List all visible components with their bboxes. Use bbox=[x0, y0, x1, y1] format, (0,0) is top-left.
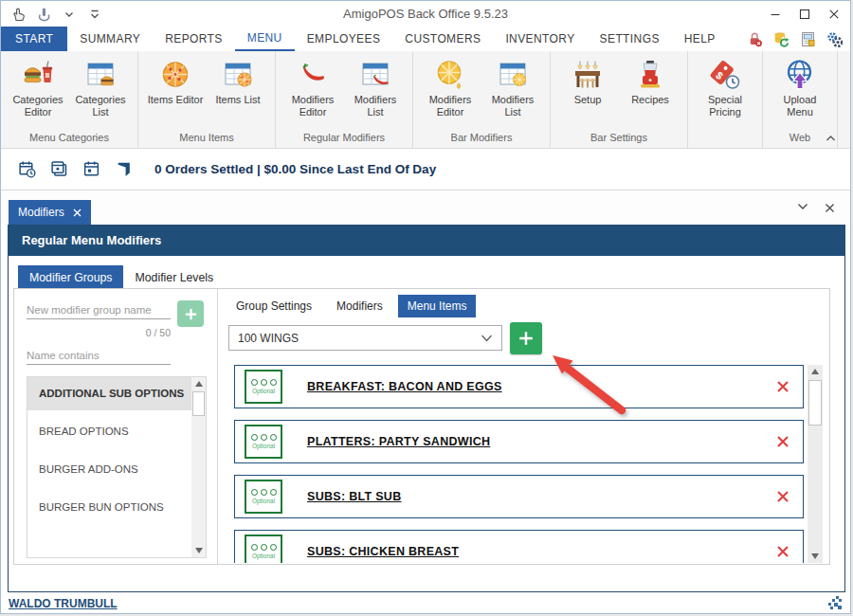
ribbon-button-categories-editor[interactable]: Categories Editor bbox=[8, 56, 68, 130]
menubar-item-reports[interactable]: REPORTS bbox=[153, 27, 235, 51]
hand-cursor-icon[interactable] bbox=[10, 7, 26, 22]
ribbon-button-label: Modifiers Editor bbox=[282, 94, 343, 118]
bar-counter-icon bbox=[572, 58, 604, 92]
ribbon-button-label: Modifiers List bbox=[345, 94, 406, 118]
add-menu-item-button[interactable] bbox=[510, 322, 542, 354]
badge-label: Optional bbox=[252, 443, 275, 449]
touch-icon[interactable] bbox=[36, 7, 51, 22]
price-tag-clock-icon: $ bbox=[709, 58, 741, 92]
collapse-ribbon-button[interactable] bbox=[825, 134, 837, 143]
scroll-down-icon[interactable] bbox=[808, 550, 823, 563]
group-list-scrollbar[interactable] bbox=[191, 377, 206, 557]
menubar-item-settings[interactable]: SETTINGS bbox=[588, 27, 672, 51]
scroll-up-icon[interactable] bbox=[191, 377, 206, 390]
ribbon-button-modifiers-editor[interactable]: Modifiers Editor bbox=[282, 56, 343, 130]
calendar-icon[interactable] bbox=[82, 160, 100, 178]
modifier-group-item[interactable]: BURGER ADD-ONS bbox=[27, 453, 193, 486]
name-filter-input[interactable] bbox=[27, 346, 171, 365]
optional-badge[interactable]: Optional bbox=[245, 425, 282, 459]
tab-close-icon[interactable] bbox=[73, 208, 82, 217]
modifier-tabs: Modifier GroupsModifier Levels bbox=[18, 265, 225, 290]
optional-badge[interactable]: Optional bbox=[245, 480, 282, 514]
modifier-group-item[interactable]: BURGER BUN OPTIONS bbox=[27, 491, 193, 524]
ribbon-button-special-pricing[interactable]: $Special Pricing bbox=[695, 56, 755, 141]
tab-modifier-groups[interactable]: Modifier Groups bbox=[18, 265, 123, 290]
ribbon-button-setup[interactable]: Setup bbox=[557, 56, 618, 130]
remove-item-icon[interactable] bbox=[776, 435, 789, 448]
plus-icon bbox=[184, 307, 198, 321]
ribbon-button-items-list[interactable]: Items List bbox=[208, 56, 268, 130]
three-circles-icon bbox=[251, 434, 277, 441]
menu-item-dropdown[interactable]: 100 WINGS bbox=[228, 325, 502, 351]
scroll-down-icon[interactable] bbox=[191, 544, 206, 557]
filter-icon[interactable] bbox=[115, 160, 133, 178]
table-burger-icon bbox=[84, 58, 117, 92]
column-divider bbox=[217, 289, 218, 564]
ribbon-button-upload-menu[interactable]: Upload Menu bbox=[770, 56, 830, 130]
remove-item-icon[interactable] bbox=[776, 490, 789, 503]
add-group-button[interactable] bbox=[177, 300, 204, 327]
menubar-item-customers[interactable]: CUSTOMERS bbox=[392, 27, 493, 51]
three-circles-icon bbox=[251, 379, 277, 386]
ribbon-button-label: Modifiers Editor bbox=[420, 94, 481, 118]
scroll-up-icon[interactable] bbox=[808, 365, 823, 378]
chili-icon bbox=[297, 58, 329, 92]
tab-group-settings[interactable]: Group Settings bbox=[227, 295, 321, 317]
tab-modifier-levels[interactable]: Modifier Levels bbox=[123, 265, 225, 290]
remove-item-icon[interactable] bbox=[776, 545, 789, 558]
calendar-stack-icon[interactable] bbox=[50, 160, 68, 178]
menu-items-scrollbar[interactable] bbox=[808, 365, 823, 563]
ribbon-button-recipes[interactable]: Recipes bbox=[620, 56, 681, 130]
database-sync-icon[interactable] bbox=[773, 31, 789, 47]
ribbon-group-label bbox=[688, 141, 762, 148]
tabstrip-controls bbox=[797, 203, 835, 213]
menu-item-row: OptionalBREAKFAST: BACON AND EGGS bbox=[234, 365, 804, 408]
tab-modifiers[interactable]: Modifiers bbox=[327, 295, 392, 317]
ribbon-button-modifiers-list[interactable]: Modifiers List bbox=[345, 56, 406, 130]
menubar-item-menu[interactable]: MENU bbox=[235, 27, 295, 51]
ribbon-group-5: $Special Pricing bbox=[688, 51, 763, 148]
ribbon-button-modifiers-list[interactable]: Modifiers List bbox=[482, 56, 543, 130]
menu-item-row: OptionalSUBS: CHICKEN BREAST bbox=[234, 530, 804, 563]
new-group-input[interactable] bbox=[27, 300, 171, 319]
ribbon-group-label: Menu Items bbox=[138, 130, 275, 148]
report-icon[interactable] bbox=[800, 31, 816, 47]
user-link[interactable]: WALDO TRUMBULL bbox=[9, 597, 118, 610]
ribbon-button-label: Categories List bbox=[70, 94, 131, 118]
chevron-down-icon[interactable] bbox=[62, 7, 77, 22]
tab-menu-items[interactable]: Menu Items bbox=[398, 295, 477, 317]
tab-modifiers[interactable]: Modifiers bbox=[9, 200, 91, 225]
char-counter: 0 / 50 bbox=[27, 327, 171, 338]
tab-list-chevron-icon[interactable] bbox=[797, 203, 808, 213]
close-tab-icon[interactable] bbox=[825, 203, 835, 213]
ribbon-button-items-editor[interactable]: Items Editor bbox=[145, 56, 206, 130]
modifier-group-item[interactable]: BREAD OPTIONS bbox=[27, 415, 193, 448]
ribbon-group-bar-modifiers: Modifiers EditorModifiers ListBar Modifi… bbox=[413, 51, 551, 148]
optional-badge[interactable]: Optional bbox=[245, 370, 282, 404]
scrollbar-thumb[interactable] bbox=[808, 380, 822, 426]
modifier-group-items: ADDITIONAL SUB OPTIONSBREAD OPTIONSBURGE… bbox=[27, 377, 193, 524]
minimize-button[interactable] bbox=[760, 1, 789, 27]
modifier-group-item[interactable]: ADDITIONAL SUB OPTIONS bbox=[27, 377, 193, 410]
scrollbar-thumb[interactable] bbox=[192, 391, 205, 416]
chevron-down-icon bbox=[481, 335, 493, 342]
ribbon-button-categories-list[interactable]: Categories List bbox=[70, 56, 131, 130]
menubar-item-help[interactable]: HELP bbox=[672, 27, 728, 51]
menubar-item-inventory[interactable]: INVENTORY bbox=[493, 27, 587, 51]
menu-item-row: OptionalSUBS: BLT SUB bbox=[234, 475, 804, 518]
menubar-item-start[interactable]: START bbox=[1, 27, 67, 51]
tab-content: 0 / 50 ADDITIONAL SUB OPTIONSBREAD OPTIO… bbox=[13, 288, 830, 565]
lock-icon[interactable] bbox=[747, 31, 763, 47]
remove-item-icon[interactable] bbox=[776, 380, 789, 393]
menubar-item-summary[interactable]: SUMMARY bbox=[67, 27, 153, 51]
maximize-button[interactable] bbox=[789, 1, 819, 27]
ribbon-button-modifiers-editor[interactable]: Modifiers Editor bbox=[420, 56, 481, 130]
menubar-item-employees[interactable]: EMPLOYEES bbox=[295, 27, 393, 51]
close-button[interactable] bbox=[819, 1, 848, 27]
optional-badge[interactable]: Optional bbox=[245, 534, 282, 563]
document-tabstrip: Modifiers bbox=[1, 190, 850, 225]
table-lemon-icon bbox=[497, 58, 529, 92]
calendar-clock-icon[interactable] bbox=[18, 160, 36, 178]
services-gear-icon[interactable] bbox=[826, 31, 843, 47]
customize-toolbar-icon[interactable] bbox=[87, 7, 102, 22]
